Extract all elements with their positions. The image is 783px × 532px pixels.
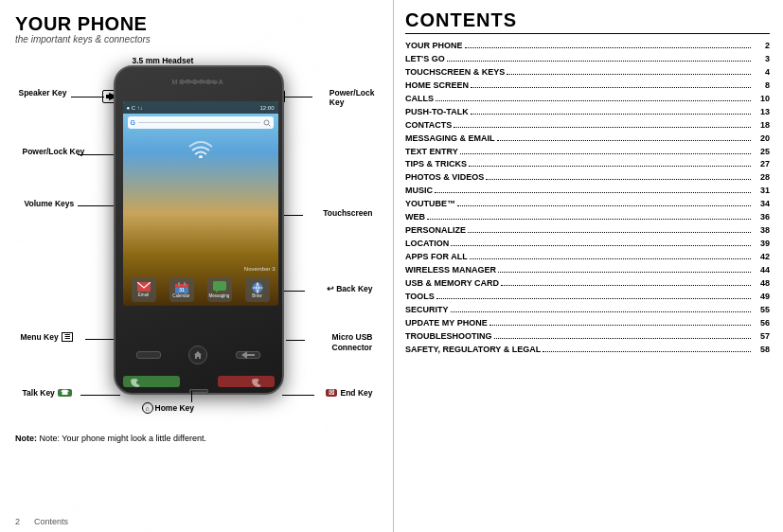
toc-item-name: APPS FOR ALL	[405, 251, 468, 264]
toc-dots	[436, 298, 751, 299]
toc-page: 34	[753, 198, 770, 211]
toc-page: 31	[753, 185, 770, 198]
toc-item-name: TIPS & TRICKS	[405, 158, 467, 171]
browser-icon: Brow	[245, 277, 270, 302]
toc-dots	[454, 127, 751, 128]
speaker-grill	[180, 80, 218, 83]
label-power: Power/LockKey	[329, 88, 375, 107]
svg-rect-15	[213, 281, 226, 291]
toc-item: CONTACTS18	[405, 119, 770, 133]
phone-screen: ● C ↑↓ 12:00 G November 3	[123, 101, 278, 306]
toc-page: 3	[753, 53, 770, 66]
ptt-button-side	[114, 200, 116, 221]
email-icon: Email	[132, 277, 156, 302]
toc-item: USB & MEMORY CARD48	[405, 277, 770, 291]
toc-item-name: WIRELESS MANAGER	[405, 264, 496, 277]
app-icons-row: Email 31 Calendar Messaging Brow	[123, 277, 278, 302]
toc-item: MESSAGING & EMAIL20	[405, 133, 770, 146]
toc-item: TEXT ENTRY25	[405, 146, 770, 159]
toc-page: 55	[753, 304, 770, 317]
menu-btn	[136, 351, 161, 359]
toc-item: WEB36	[405, 211, 770, 224]
toc-item-name: WEB	[405, 211, 425, 224]
contents-title: CONTENTS	[405, 9, 770, 34]
label-headset: 3.5 mm Headset	[133, 56, 194, 65]
toc-item-name: CALLS	[405, 93, 434, 106]
volume-button-left	[114, 143, 116, 181]
toc-dots	[457, 205, 751, 206]
toc-dots	[427, 219, 751, 220]
label-volume: Power/Lock Key	[23, 147, 85, 156]
google-search-bar: G	[128, 116, 274, 129]
line-usb	[286, 340, 305, 341]
label-end-key: ☒ End Key	[326, 388, 372, 398]
toc-page: 38	[753, 224, 770, 238]
left-panel: YOUR PHONE the important keys & connecto…	[0, 0, 393, 532]
line-volume	[78, 154, 114, 155]
toc-dots	[501, 285, 751, 286]
toc-item-name: TEXT ENTRY	[405, 146, 458, 159]
toc-page: 57	[753, 330, 770, 344]
toc-item-name: PERSONALIZE	[405, 224, 466, 238]
toc-item-name: CONTACTS	[405, 119, 452, 133]
toc-dots	[471, 87, 751, 88]
toc-page: 48	[753, 277, 770, 291]
toc-item-name: LET'S GO	[405, 53, 445, 66]
toc-item: TOUCHSCREEN & KEYS4	[405, 66, 770, 80]
toc-item: PERSONALIZE38	[405, 224, 770, 238]
svg-line-7	[268, 124, 270, 126]
toc-item-name: USB & MEMORY CARD	[405, 277, 499, 291]
toc-dots	[465, 47, 751, 48]
toc-item-name: MESSAGING & EMAIL	[405, 133, 495, 146]
messaging-icon: Messaging	[207, 277, 232, 302]
line-speaker	[71, 97, 104, 98]
toc-dots	[451, 245, 751, 246]
toc-page: 56	[753, 317, 770, 330]
svg-rect-0	[106, 95, 109, 98]
toc-item: YOUTUBE™34	[405, 198, 770, 211]
toc-dots	[489, 325, 751, 326]
toc-item-name: SAFETY, REGULATORY & LEGAL	[405, 344, 541, 357]
divider	[393, 0, 394, 532]
svg-point-8	[199, 155, 203, 158]
toc-dots	[486, 179, 751, 180]
toc-page: 4	[753, 66, 770, 80]
toc-page: 39	[753, 238, 770, 251]
toc-item-name: TOOLS	[405, 291, 435, 304]
end-btn	[218, 376, 275, 387]
toc-item: PHOTOS & VIDEOS28	[405, 171, 770, 185]
phone-call-buttons	[123, 376, 275, 387]
calendar-icon: 31 Calendar	[169, 277, 194, 302]
toc-page: 58	[753, 344, 770, 357]
toc-dots	[436, 100, 751, 101]
toc-dots	[447, 61, 751, 62]
toc-item: TROUBLESHOOTING57	[405, 330, 770, 344]
toc-item-name: MUSIC	[405, 185, 433, 198]
toc-page: 28	[753, 171, 770, 185]
toc-dots	[471, 114, 751, 115]
label-speaker-key: Speaker Key	[19, 88, 67, 98]
toc-item: LOCATION39	[405, 238, 770, 251]
back-btn-phone	[236, 351, 260, 359]
toc-page: 18	[753, 119, 770, 133]
line-home	[191, 391, 192, 402]
toc-item: SECURITY55	[405, 304, 770, 317]
toc-item-name: SECURITY	[405, 304, 449, 317]
phone-body: MOTOROLA ● C ↑↓ 12:00 G	[114, 65, 284, 395]
svg-marker-16	[216, 291, 219, 293]
toc-dots	[460, 153, 751, 154]
line-touchscreen	[284, 215, 303, 216]
line-menu	[85, 339, 114, 340]
toc-item-name: HOME SCREEN	[405, 80, 469, 93]
toc-dots	[435, 192, 751, 193]
toc-item: TIPS & TRICKS27	[405, 158, 770, 171]
toc-page: 27	[753, 158, 770, 171]
toc-dots	[470, 258, 751, 259]
line-power	[284, 97, 312, 98]
line-end	[282, 395, 314, 396]
toc-page: 44	[753, 264, 770, 277]
toc-item: APPS FOR ALL42	[405, 251, 770, 264]
toc-dots	[468, 232, 751, 233]
label-touchscreen: Touchscreen	[323, 208, 372, 218]
talk-btn	[123, 376, 180, 387]
